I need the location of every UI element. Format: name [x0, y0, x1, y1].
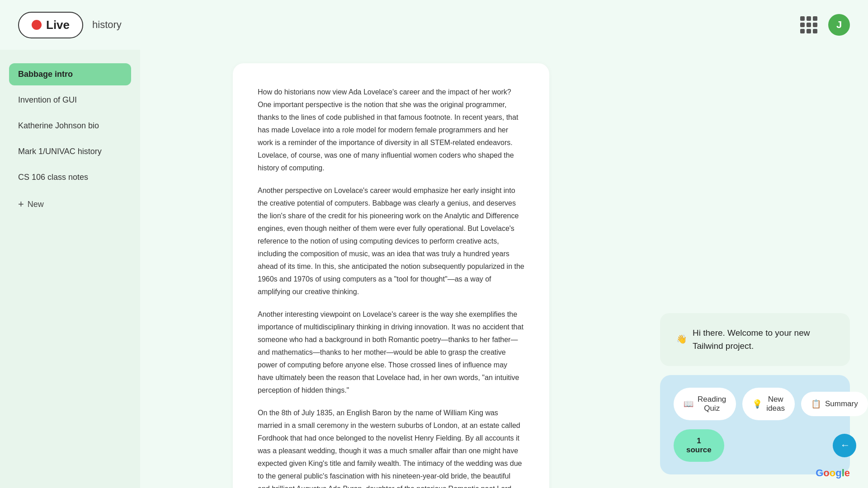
grid-menu-icon[interactable] [800, 16, 817, 33]
live-badge[interactable]: Live [18, 12, 83, 38]
new-ideas-icon: 💡 [752, 399, 762, 409]
source-button[interactable]: 1 source [674, 429, 724, 462]
sidebar: Babbage intro Invention of GUI Katherine… [0, 50, 140, 488]
reading-quiz-icon: 📖 [684, 399, 693, 409]
right-panel: 👋 Hi there. Welcome to your new Tailwind… [642, 50, 868, 488]
sidebar-item-invention-of-gui[interactable]: Invention of GUI [9, 89, 131, 111]
document-card: How do historians now view Ada Lovelace'… [233, 63, 549, 488]
summary-button[interactable]: 📋 Summary [801, 392, 868, 416]
document-paragraph-1: How do historians now view Ada Lovelace'… [258, 86, 524, 174]
document-paragraph-3: Another interesting viewpoint on Lovelac… [258, 308, 524, 397]
bottom-row: 1 source ↑ [674, 429, 836, 462]
sidebar-item-new[interactable]: + New [9, 192, 131, 216]
live-dot-icon [32, 20, 42, 30]
reading-quiz-button[interactable]: 📖 Reading Quiz [674, 388, 736, 420]
document-paragraph-4: On the 8th of July 1835, an English Baro… [258, 407, 524, 488]
content-area: How do historians now view Ada Lovelace'… [140, 50, 642, 488]
welcome-emoji: 👋 [676, 333, 687, 346]
document-paragraph-2: Another perspective on Lovelace's career… [258, 184, 524, 298]
action-buttons-row: 📖 Reading Quiz 💡 New ideas 📋 Summary [674, 388, 836, 420]
welcome-bubble: 👋 Hi there. Welcome to your new Tailwind… [660, 313, 850, 366]
welcome-text: Hi there. Welcome to your new Tailwind p… [693, 327, 834, 352]
live-label: Live [46, 18, 70, 32]
header-title: history [92, 19, 122, 31]
chat-input[interactable] [731, 441, 826, 450]
new-ideas-button[interactable]: 💡 New ideas [742, 388, 795, 420]
summary-icon: 📋 [811, 399, 821, 409]
sidebar-item-babbage-intro[interactable]: Babbage intro [9, 63, 131, 85]
sidebar-item-cs-106-class-notes[interactable]: CS 106 class notes [9, 166, 131, 188]
app-header: Live history J [0, 0, 868, 50]
header-right: J [800, 14, 850, 36]
google-logo: Google [816, 467, 850, 479]
action-panel: 📖 Reading Quiz 💡 New ideas 📋 Summary 1 s… [660, 375, 850, 474]
send-button[interactable]: ↑ [833, 434, 856, 457]
document-text: How do historians now view Ada Lovelace'… [258, 86, 524, 488]
send-arrow-icon: ↑ [839, 443, 850, 448]
main-layout: Babbage intro Invention of GUI Katherine… [0, 50, 868, 488]
avatar[interactable]: J [828, 14, 850, 36]
sidebar-item-katherine-johnson-bio[interactable]: Katherine Johnson bio [9, 115, 131, 137]
plus-icon: + [18, 198, 24, 210]
sidebar-item-mark-1-univac-history[interactable]: Mark 1/UNIVAC history [9, 141, 131, 163]
